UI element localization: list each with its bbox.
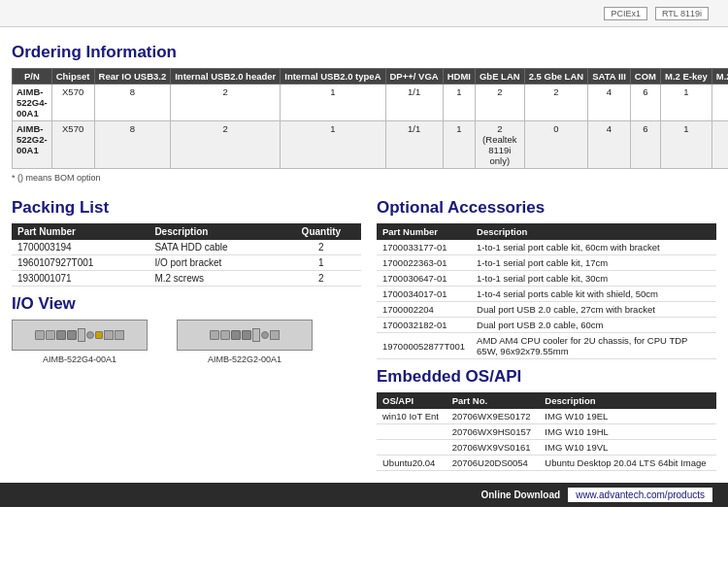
- ordering-cell-1-0: AIMB-522G2-00A1: [13, 121, 52, 169]
- col-chipset: Chipset: [51, 69, 94, 84]
- os-row-3: Ubuntu20.0420706U20DS0054Ubuntu Desktop …: [377, 456, 716, 471]
- opt-col-part: Part Number: [377, 223, 471, 240]
- ordering-cell-0-12: 1: [711, 84, 728, 121]
- io-port-dp2: [252, 328, 260, 342]
- ordering-cell-1-12: 1: [711, 121, 728, 169]
- optional-row-5: 1700032182-01Dual port USB 2.0 cable, 60…: [377, 318, 716, 333]
- io-label-2: AIMB-522G2-00A1: [208, 355, 281, 364]
- os-row-0: win10 IoT Ent20706WX9ES0172IMG W10 19EL: [377, 409, 716, 424]
- io-port-usb-type: [95, 331, 103, 339]
- ordering-row-1: AIMB-522G2-00A1X5708211/112 (Realtek 811…: [13, 121, 729, 169]
- ordering-cell-0-9: 4: [588, 84, 631, 121]
- optional-cell-6-0: 197000052877T001: [377, 333, 471, 359]
- optional-cell-2-0: 1700030647-01: [377, 271, 471, 287]
- ordering-title: Ordering Information: [12, 43, 716, 62]
- pack-col-part: Part Number: [12, 223, 149, 240]
- io-item-1: AIMB-522G4-00A1: [12, 320, 148, 364]
- ordering-cell-0-11: 1: [660, 84, 711, 121]
- optional-cell-2-1: 1-to-1 serial port cable kit, 30cm: [471, 271, 716, 287]
- optional-cell-3-1: 1-to-4 serial ports cable kit with shiel…: [471, 287, 716, 302]
- optional-cell-1-1: 1-to-1 serial port cable kit, 17cm: [471, 255, 716, 271]
- ordering-cell-0-1: X570: [51, 84, 94, 121]
- rtl-chip: RTL 8119i: [655, 7, 709, 20]
- pack-col-qty: Quantity: [281, 223, 361, 240]
- os-col-partno: Part No.: [447, 392, 540, 409]
- optional-cell-0-0: 1700033177-01: [377, 240, 471, 255]
- col-m2-mkey: M.2 M-key: [711, 69, 728, 84]
- ordering-cell-1-1: X570: [51, 121, 94, 169]
- col-rear-io: Rear IO USB3.2: [94, 69, 171, 84]
- col-gbe-lan: GbE LAN: [475, 69, 524, 84]
- col-hdmi: HDMI: [443, 69, 475, 84]
- ordering-cell-0-5: 1/1: [385, 84, 443, 121]
- io-panel-2: [177, 320, 313, 351]
- ordering-cell-0-3: 2: [171, 84, 281, 121]
- optional-row-6: 197000052877T001AMD AM4 CPU cooler for 2…: [377, 333, 716, 359]
- os-cell-0-1: 20706WX9ES0172: [447, 409, 540, 424]
- ordering-cell-1-3: 2: [171, 121, 281, 169]
- packing-cell-0-1: SATA HDD cable: [149, 240, 281, 255]
- col-25gbe-lan: 2.5 Gbe LAN: [524, 69, 588, 84]
- embedded-os-table: OS/API Part No. Description win10 IoT En…: [377, 392, 716, 471]
- ordering-cell-1-6: 1: [443, 121, 475, 169]
- io-view-title: I/O View: [12, 294, 361, 314]
- ordering-cell-1-5: 1/1: [385, 121, 443, 169]
- ordering-cell-1-8: 0: [524, 121, 588, 169]
- optional-header-row: Part Number Description: [377, 223, 716, 240]
- os-cell-0-2: IMG W10 19EL: [539, 409, 716, 424]
- os-cell-1-1: 20706WX9HS0157: [447, 424, 540, 440]
- os-cell-3-0: Ubuntu20.04: [377, 456, 447, 471]
- ordering-header-row: P/N Chipset Rear IO USB3.2 Internal USB2…: [13, 69, 729, 84]
- packing-row-1: 1960107927T001I/O port bracket1: [12, 255, 361, 271]
- col-sata3: SATA III: [588, 69, 631, 84]
- optional-cell-5-1: Dual port USB 2.0 cable, 60cm: [471, 318, 716, 333]
- os-cell-1-2: IMG W10 19HL: [539, 424, 716, 440]
- io-port-eth1: [104, 330, 114, 340]
- io-port-eth3: [270, 330, 280, 340]
- packing-cell-0-2: 2: [281, 240, 361, 255]
- col-pn: P/N: [13, 69, 52, 84]
- embedded-os-title: Embedded OS/API: [377, 367, 716, 387]
- os-header-row: OS/API Part No. Description: [377, 392, 716, 409]
- packing-header-row: Part Number Description Quantity: [12, 223, 361, 240]
- io-port-usb5: [210, 330, 219, 340]
- col-int-usb20-typea: Internal USB2.0 typeA: [281, 69, 385, 84]
- optional-cell-0-1: 1-to-1 serial port cable kit, 60cm with …: [471, 240, 716, 255]
- optional-cell-5-0: 1700032182-01: [377, 318, 471, 333]
- ordering-cell-0-2: 8: [94, 84, 171, 121]
- io-port-usb2: [46, 330, 55, 340]
- os-cell-3-1: 20706U20DS0054: [447, 456, 540, 471]
- right-column: Optional Accessories Part Number Descrip…: [377, 190, 716, 471]
- os-col-osapi: OS/API: [377, 392, 447, 409]
- ordering-cell-1-4: 1: [281, 121, 385, 169]
- os-cell-2-1: 20706WX9VS0161: [447, 440, 540, 456]
- ordering-cell-1-7: 2 (Realtek 8119i only): [475, 121, 524, 169]
- footer: Online Download www.advantech.com/produc…: [0, 483, 728, 507]
- ordering-table: P/N Chipset Rear IO USB3.2 Internal USB2…: [12, 68, 728, 169]
- io-item-2: AIMB-522G2-00A1: [177, 320, 313, 364]
- os-cell-0-0: win10 IoT Ent: [377, 409, 447, 424]
- io-label-1: AIMB-522G4-00A1: [43, 355, 116, 364]
- io-view-section: I/O View: [12, 294, 361, 364]
- packing-title: Packing List: [12, 198, 361, 218]
- packing-cell-2-1: M.2 screws: [149, 271, 281, 287]
- os-cell-2-2: IMG W10 19VL: [539, 440, 716, 456]
- io-port-eth2: [115, 330, 124, 340]
- ordering-cell-0-0: AIMB-522G4-00A1: [13, 84, 52, 121]
- os-row-2: 20706WX9VS0161IMG W10 19VL: [377, 440, 716, 456]
- io-port-usb3: [56, 330, 66, 340]
- main-content: Ordering Information P/N Chipset Rear IO…: [0, 27, 728, 475]
- os-cell-3-2: Ubuntu Desktop 20.04 LTS 64bit Image: [539, 456, 716, 471]
- io-port-usb7: [231, 330, 241, 340]
- optional-row-1: 1700022363-011-to-1 serial port cable ki…: [377, 255, 716, 271]
- packing-row-0: 1700003194SATA HDD cable2: [12, 240, 361, 255]
- bom-note: * () means BOM option: [12, 173, 716, 183]
- top-diagram: PCIEx1 RTL 8119i: [0, 0, 728, 27]
- pack-col-desc: Description: [149, 223, 281, 240]
- footer-url: www.advantech.com/products: [568, 488, 712, 502]
- packing-row-2: 1930001071M.2 screws2: [12, 271, 361, 287]
- io-port-usb6: [220, 330, 230, 340]
- optional-title: Optional Accessories: [377, 198, 716, 218]
- col-m2-ekey: M.2 E-key: [660, 69, 711, 84]
- opt-col-desc: Description: [471, 223, 716, 240]
